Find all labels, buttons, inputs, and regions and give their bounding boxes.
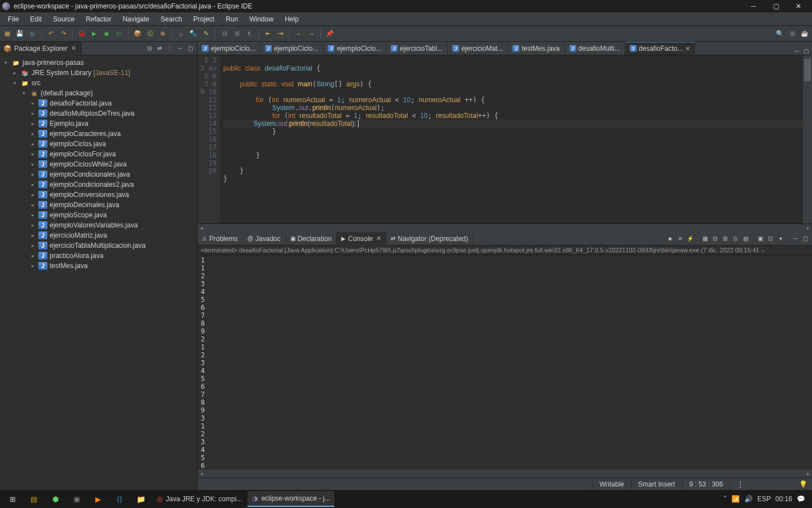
- forward-icon[interactable]: →: [306, 29, 316, 39]
- tray-language[interactable]: ESP: [757, 495, 771, 503]
- taskbar-app-5[interactable]: 📁: [131, 491, 151, 507]
- console-toolbar-icon[interactable]: ⊞: [721, 234, 730, 243]
- status-menu-icon[interactable]: ⋮: [730, 478, 751, 490]
- menu-refactor[interactable]: Refactor: [80, 12, 117, 26]
- undo-icon[interactable]: ↶: [46, 29, 56, 39]
- java-perspective-icon[interactable]: ☕: [800, 29, 810, 39]
- file-node[interactable]: ▸JejemploCiclosFor.java: [0, 149, 197, 159]
- console-toolbar-icon[interactable]: ▢: [801, 234, 810, 243]
- editor-horizontal-scrollbar[interactable]: ◂▸: [197, 224, 812, 232]
- file-node[interactable]: ▸JejemploDecimales.java: [0, 200, 197, 210]
- new-package-icon[interactable]: 📦: [133, 29, 143, 39]
- taskbar-app-3[interactable]: ▶: [88, 491, 108, 507]
- project-node[interactable]: ▾📁 java-primeros-pasas: [0, 58, 197, 68]
- editor-tab[interactable]: JejemploCiclo...: [261, 42, 324, 55]
- file-node[interactable]: ▸JejemploCondicionales.java: [0, 169, 197, 179]
- console-toolbar-icon[interactable]: ■: [665, 234, 674, 243]
- minimize-view-icon[interactable]: ─: [175, 44, 184, 53]
- src-node[interactable]: ▾📁 src: [0, 78, 197, 88]
- code-editor[interactable]: 1 2 3 4⊖ 5 6 7 8 9 10 11 12 13 14 15 16 …: [197, 55, 812, 224]
- show-whitespace-icon[interactable]: ¶: [244, 29, 254, 39]
- tray-notifications-icon[interactable]: 💬: [797, 495, 805, 503]
- editor-tab[interactable]: JdesafioMulti...: [565, 42, 625, 55]
- save-all-icon[interactable]: ⎘: [27, 29, 37, 39]
- maximize-view-icon[interactable]: ▢: [186, 44, 195, 53]
- taskbar-app-4[interactable]: ⟨⟩: [109, 491, 130, 507]
- code-content[interactable]: public class desafioFactorial { public s…: [220, 55, 803, 224]
- editor-tab[interactable]: JejemploCiclo...: [323, 42, 386, 55]
- console-toolbar-icon[interactable]: ─: [791, 234, 800, 243]
- editor-tab[interactable]: JtestMes.java: [508, 42, 564, 55]
- quick-access-icon[interactable]: 🔍: [775, 29, 785, 39]
- close-icon[interactable]: ✕: [375, 235, 381, 242]
- bottom-tab-problems[interactable]: ⚠Problems: [197, 232, 243, 246]
- editor-tab[interactable]: JejercicioMat...: [448, 42, 508, 55]
- new-icon[interactable]: ▦: [2, 29, 12, 39]
- editor-vertical-scrollbar[interactable]: [803, 55, 812, 224]
- menu-search[interactable]: Search: [155, 12, 188, 26]
- close-icon[interactable]: ✕: [685, 45, 690, 52]
- file-node[interactable]: ▸JejercicioTablaMultiplicacion.java: [0, 240, 197, 251]
- package-explorer-tab[interactable]: 📦 Package Explorer ✕: [0, 42, 81, 55]
- console-toolbar-icon[interactable]: ✕: [676, 234, 685, 243]
- new-type-icon[interactable]: ⊕: [157, 29, 167, 39]
- start-button[interactable]: ⊞: [2, 491, 23, 507]
- link-editor-icon[interactable]: ⇄: [155, 44, 164, 53]
- new-class-icon[interactable]: Ⓒ: [145, 29, 155, 39]
- console-toolbar-icon[interactable]: ⊟: [710, 234, 720, 243]
- task-view-button[interactable]: ▤: [24, 491, 44, 507]
- file-node[interactable]: ▸JpracticoAlura.java: [0, 251, 197, 261]
- redo-icon[interactable]: ↷: [58, 29, 68, 39]
- prev-annotation-icon[interactable]: ⇥: [275, 29, 285, 39]
- bottom-tab-navigator-deprecated-[interactable]: ⇄Navigator (Deprecated): [386, 232, 473, 246]
- menu-window[interactable]: Window: [244, 12, 279, 26]
- bottom-tab-console[interactable]: ▶Console✕: [337, 232, 386, 246]
- menu-source[interactable]: Source: [47, 12, 80, 26]
- toggle-breadcrumb-icon[interactable]: ⊟: [219, 29, 230, 39]
- save-icon[interactable]: 💾: [15, 29, 25, 39]
- back-icon[interactable]: ←: [294, 29, 304, 39]
- console-toolbar-icon[interactable]: ▣: [756, 234, 765, 243]
- file-node[interactable]: ▸JdesafioFactorial.java: [0, 98, 197, 108]
- tray-clock[interactable]: 00:16: [775, 495, 792, 503]
- file-node[interactable]: ▸JejemploValoresVariables.java: [0, 220, 197, 230]
- taskbar-app-1[interactable]: ⬢: [45, 491, 65, 507]
- console-output[interactable]: 1 1 2 3 4 5 6 7 8 9 2 1 2 3 4 5 6 7 8 9 …: [197, 255, 812, 470]
- package-node[interactable]: ▾▣ (default package): [0, 88, 197, 98]
- close-icon[interactable]: ✕: [70, 45, 77, 52]
- open-type-icon[interactable]: ⌕: [176, 29, 186, 39]
- file-node[interactable]: ▸JEjemplo.java: [0, 119, 197, 129]
- taskbar-eclipse-window[interactable]: ◑eclipse-workspace - j...: [248, 491, 334, 507]
- next-annotation-icon[interactable]: ⇤: [263, 29, 273, 39]
- file-node[interactable]: ▸JejemploCiclosWhile2.java: [0, 159, 197, 169]
- maximize-button[interactable]: ▢: [765, 0, 787, 12]
- run-last-icon[interactable]: ▷: [114, 29, 124, 39]
- console-toolbar-icon[interactable]: ⚡: [686, 234, 695, 243]
- run-icon[interactable]: ▶: [89, 29, 99, 39]
- file-node[interactable]: ▸JejemploCondicionales2.java: [0, 179, 197, 190]
- console-toolbar-icon[interactable]: ▦: [700, 234, 709, 243]
- toggle-block-icon[interactable]: ⊞: [232, 29, 242, 39]
- editor-tab[interactable]: JejercicioTabl...: [386, 42, 448, 55]
- file-node[interactable]: ▸JejemploCiclos.java: [0, 139, 197, 149]
- console-toolbar-icon[interactable]: ▾: [776, 234, 785, 243]
- menu-project[interactable]: Project: [188, 12, 220, 26]
- bottom-tab-javadoc[interactable]: @Javadoc: [243, 232, 286, 246]
- file-node[interactable]: ▸JejemploCaracteres.java: [0, 129, 197, 139]
- collapse-all-icon[interactable]: ⊟: [145, 44, 154, 53]
- tray-network-icon[interactable]: 📶: [731, 495, 740, 503]
- taskbar-app-2[interactable]: ▣: [67, 491, 87, 507]
- console-toolbar-icon[interactable]: ⎙: [731, 234, 740, 243]
- minimize-button[interactable]: ─: [742, 0, 765, 12]
- menu-run[interactable]: Run: [220, 12, 244, 26]
- tip-icon[interactable]: 💡: [795, 480, 812, 488]
- file-node[interactable]: ▸JejemploConversiones.java: [0, 190, 197, 200]
- file-node[interactable]: ▸JdesafioMultiplosDeTres.java: [0, 108, 197, 119]
- editor-tab[interactable]: JejemploCiclo...: [197, 42, 261, 55]
- menu-navigate[interactable]: Navigate: [117, 12, 155, 26]
- debug-icon[interactable]: 🐞: [77, 29, 87, 39]
- console-toolbar-icon[interactable]: ⊡: [766, 234, 775, 243]
- file-node[interactable]: ▸JejemploScope.java: [0, 210, 197, 220]
- tray-chevron-icon[interactable]: ˄: [723, 495, 727, 503]
- coverage-icon[interactable]: ◉: [102, 29, 112, 39]
